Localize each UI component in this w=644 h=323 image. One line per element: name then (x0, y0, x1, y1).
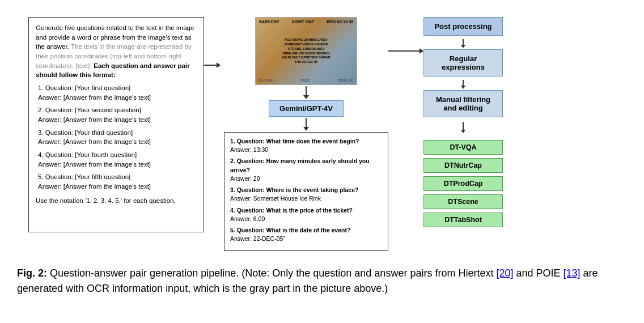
qa-2: 2. Question: [Your second question]Answe… (38, 105, 197, 124)
arrow-postproc-to-regexp (461, 39, 465, 48)
post-processing-box: Post processing (423, 17, 503, 36)
qa-4: 4. Question: [Your fourth question]Answe… (38, 150, 197, 169)
arrow-manual-to-datasets (461, 122, 465, 133)
dataset-dtnutrcap-label: DTNutrCap (444, 162, 482, 169)
arrow-ticket-to-gemini (303, 86, 309, 99)
prompt-question-list: 1. Question: [Your first question]Answer… (36, 83, 197, 192)
manual-filtering-box: Manual filteringand editing (423, 90, 503, 117)
output-box: 1. Question: What time does the event be… (224, 132, 388, 251)
dataset-dt-vqa: DT-VQA (423, 140, 503, 155)
arrow-prompt-to-mid (204, 62, 221, 68)
output-qa-1: 1. Question: What time does the event be… (230, 137, 382, 154)
caption-ref2[interactable]: [13] (564, 267, 581, 279)
manual-filtering-label: Manual filteringand editing (436, 95, 490, 112)
output-qa-5: 5. Question: What is the date of the eve… (230, 226, 382, 243)
qa-5: 5. Question: [Your fifth question]Answer… (38, 172, 197, 191)
caption-body: Question-answer pair generation pipeline… (50, 267, 496, 279)
ticket-header: BARCODE ADMIT ONE BEGINS 13:30 (259, 20, 353, 24)
qa-3: 3. Question: [Your third question]Answer… (38, 128, 197, 147)
ticket-image: BARCODE ADMIT ONE BEGINS 13:30 PLS ARRIV… (255, 17, 357, 85)
dataset-dttabshot: DTTabShot (423, 212, 503, 227)
prompt-footer: Use the notation '1. 2. 3. 4. 5.' for ea… (36, 196, 197, 206)
prompt-box-container: Generate five questions related to the t… (28, 17, 204, 232)
output-qa-3: 3. Question: Where is the event taking p… (230, 186, 382, 203)
dataset-dttabshot-label: DTTabShot (444, 216, 482, 224)
regular-expressions-label: Regularexpressions (442, 54, 485, 71)
dataset-dtprodcap: DTProdCap (423, 176, 503, 191)
gemini-box: Gemini/GPT-4V (269, 100, 344, 117)
middle-column: BARCODE ADMIT ONE BEGINS 13:30 PLS ARRIV… (224, 17, 388, 251)
output-qa-2: 2. Question: How many minutes early shou… (230, 157, 382, 183)
qa-1: 1. Question: [Your first question]Answer… (38, 83, 197, 102)
arrow-ticket-to-postproc (388, 48, 423, 54)
ticket-body: PLS ARRIVE 20 MINS EARLY SOMERSET HOUSE … (259, 38, 353, 64)
right-column: Post processing Regularexpressions Manua… (423, 17, 503, 227)
gemini-label: Gemini/GPT-4V (279, 104, 333, 113)
dataset-dtscene: DTScene (423, 194, 503, 209)
dataset-dt-vqa-label: DT-VQA (450, 143, 476, 151)
caption: Fig. 2: Question-answer pair generation … (11, 266, 633, 296)
arrow-regexp-to-manual (461, 80, 465, 89)
output-qa-4: 4. Question: What is the price of the ti… (230, 206, 382, 223)
dataset-dtscene-label: DTScene (448, 198, 478, 206)
caption-mid1: and POIE (516, 267, 563, 279)
prompt-main-text: Generate five questions related to the t… (36, 23, 197, 80)
main-container: Generate five questions related to the t… (11, 11, 633, 296)
prompt-box: Generate five questions related to the t… (28, 17, 204, 232)
diagram-area: Generate five questions related to the t… (11, 11, 633, 257)
dataset-dtprodcap-label: DTProdCap (444, 180, 483, 188)
arrow-gemini-to-output (303, 118, 309, 131)
ticket-inner: BARCODE ADMIT ONE BEGINS 13:30 PLS ARRIV… (256, 18, 357, 84)
post-processing-label: Post processing (434, 22, 492, 31)
regular-expressions-box: Regularexpressions (423, 49, 503, 76)
ticket-footer: CN: 41769 PRICE TOTAL 6.00 (259, 79, 353, 82)
caption-ref1[interactable]: [20] (496, 267, 513, 279)
dataset-column: DT-VQA DTNutrCap DTProdCap DTScene DTTab… (423, 140, 503, 227)
caption-fig-label: Fig. 2: (17, 267, 47, 279)
dataset-dtnutrcap: DTNutrCap (423, 158, 503, 173)
